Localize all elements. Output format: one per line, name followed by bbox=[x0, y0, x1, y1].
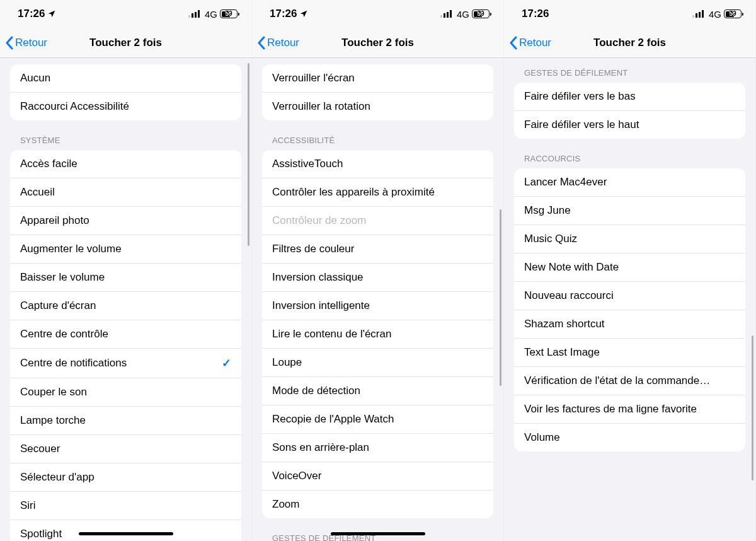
section-header-systeme: Système bbox=[0, 120, 251, 150]
home-indicator[interactable] bbox=[331, 532, 425, 535]
list-item[interactable]: Music Quiz bbox=[514, 225, 745, 253]
list-item[interactable]: New Note with Date bbox=[514, 253, 745, 282]
list-item[interactable]: AssistiveTouch bbox=[262, 150, 493, 178]
list-item[interactable]: Loupe bbox=[262, 349, 493, 377]
list-item-label: Sélecteur d'app bbox=[20, 471, 94, 484]
list-item-label: Mode de détection bbox=[272, 385, 360, 397]
list-item[interactable]: Inversion classique bbox=[262, 264, 493, 292]
back-button[interactable]: Retour bbox=[257, 36, 299, 50]
list-item-label: Sons en arrière-plan bbox=[272, 441, 369, 454]
systeme-tail-group: Verrouiller l'écranVerrouiller la rotati… bbox=[262, 64, 493, 120]
list-item[interactable]: Nouveau raccourci bbox=[514, 282, 745, 310]
list-item-label: Spotlight bbox=[20, 528, 62, 540]
list-item[interactable]: VoiceOver bbox=[262, 462, 493, 491]
list-item[interactable]: Accès facile bbox=[10, 150, 241, 178]
list-item-label: Inversion classique bbox=[272, 271, 364, 284]
section-header-gestes: Gestes de défilement bbox=[504, 58, 755, 83]
list-item[interactable]: Recopie de l'Apple Watch bbox=[262, 405, 493, 434]
list-item[interactable]: Augmenter le volume bbox=[10, 235, 241, 264]
nav-bar: Retour Toucher 2 fois bbox=[504, 28, 755, 58]
list-item-label: Aucun bbox=[20, 72, 50, 84]
nav-bar: Retour Toucher 2 fois bbox=[252, 28, 503, 58]
list-item[interactable]: Accueil bbox=[10, 178, 241, 207]
list-item[interactable]: Lampe torche bbox=[10, 407, 241, 435]
list-item[interactable]: Aucun bbox=[10, 64, 241, 93]
svg-rect-11 bbox=[702, 10, 704, 18]
content-area: Gestes de défilement Faire défiler vers … bbox=[504, 58, 755, 541]
list-item-label: Capture d'écran bbox=[20, 300, 96, 312]
svg-rect-9 bbox=[696, 13, 697, 18]
list-item-label: Couper le son bbox=[20, 386, 87, 398]
list-item[interactable]: Secouer bbox=[10, 435, 241, 463]
list-item-label: Baisser le volume bbox=[20, 271, 105, 284]
list-item-label: Contrôler les appareils à proximité bbox=[272, 186, 435, 199]
list-item[interactable]: Mode de détection bbox=[262, 377, 493, 405]
status-time: 17:26 bbox=[270, 8, 297, 20]
list-item[interactable]: Baisser le volume bbox=[10, 264, 241, 292]
section-header-accessibilite: Accessibilité bbox=[252, 120, 503, 150]
list-item[interactable]: Lancer Mac4ever bbox=[514, 168, 745, 197]
status-time: 17:26 bbox=[522, 8, 549, 20]
list-item[interactable]: Spotlight bbox=[10, 520, 241, 541]
battery-icon: 59 bbox=[472, 9, 490, 18]
list-item[interactable]: Verrouiller la rotation bbox=[262, 93, 493, 120]
scroll-indicator[interactable] bbox=[752, 335, 753, 480]
list-item[interactable]: Shazam shortcut bbox=[514, 310, 745, 339]
list-item[interactable]: Filtres de couleur bbox=[262, 235, 493, 264]
svg-rect-2 bbox=[195, 12, 197, 18]
list-item-label: Faire défiler vers le haut bbox=[524, 119, 639, 131]
list-item-label: Nouveau raccourci bbox=[524, 289, 614, 302]
back-button[interactable]: Retour bbox=[509, 36, 551, 50]
list-item[interactable]: Volume bbox=[514, 424, 745, 451]
network-label: 4G bbox=[457, 9, 469, 20]
list-item[interactable]: Centre de notifications✓ bbox=[10, 349, 241, 378]
scroll-indicator[interactable] bbox=[248, 63, 249, 246]
list-item[interactable]: Couper le son bbox=[10, 378, 241, 407]
cellular-signal-icon bbox=[692, 10, 705, 18]
list-item[interactable]: Text Last Image bbox=[514, 339, 745, 367]
list-item[interactable]: Centre de contrôle bbox=[10, 320, 241, 349]
svg-rect-0 bbox=[188, 15, 190, 18]
status-right: 4G 59 bbox=[440, 9, 490, 20]
list-item-label: Voir les factures de ma ligne favorite bbox=[524, 403, 697, 416]
list-item[interactable]: Vérification de l'état de la commande… bbox=[514, 367, 745, 395]
list-item-label: Vérification de l'état de la commande… bbox=[524, 375, 710, 387]
status-bar: 17:26 4G 59 bbox=[252, 0, 503, 28]
svg-rect-3 bbox=[198, 10, 200, 18]
list-item-label: Music Quiz bbox=[524, 233, 577, 245]
list-item[interactable]: Voir les factures de ma ligne favorite bbox=[514, 395, 745, 424]
list-item[interactable]: Msg June bbox=[514, 197, 745, 225]
list-item-label: Verrouiller l'écran bbox=[272, 72, 355, 84]
scroll-indicator[interactable] bbox=[500, 209, 501, 386]
svg-rect-6 bbox=[447, 12, 449, 18]
battery-level: 59 bbox=[724, 10, 741, 17]
svg-rect-5 bbox=[444, 13, 445, 18]
list-item-label: New Note with Date bbox=[524, 261, 619, 274]
list-item[interactable]: Appareil photo bbox=[10, 207, 241, 235]
content-area: AucunRaccourci Accessibilité Système Acc… bbox=[0, 58, 251, 541]
list-item[interactable]: Inversion intelligente bbox=[262, 292, 493, 320]
accessibilite-group: AssistiveTouchContrôler les appareils à … bbox=[262, 150, 493, 518]
home-indicator[interactable] bbox=[79, 532, 173, 535]
list-item[interactable]: Raccourci Accessibilité bbox=[10, 93, 241, 120]
list-item[interactable]: Faire défiler vers le haut bbox=[514, 111, 745, 139]
systeme-group: Accès facileAccueilAppareil photoAugment… bbox=[10, 150, 241, 541]
phone-screen-3: 17:26 4G 59 Retour Toucher 2 fois Gestes… bbox=[504, 0, 756, 541]
list-item[interactable]: Faire défiler vers le bas bbox=[514, 83, 745, 111]
list-item[interactable]: Zoom bbox=[262, 491, 493, 518]
back-label: Retour bbox=[15, 37, 47, 49]
list-item[interactable]: Siri bbox=[10, 492, 241, 520]
list-item[interactable]: Contrôler les appareils à proximité bbox=[262, 178, 493, 207]
raccourcis-group: Lancer Mac4everMsg JuneMusic QuizNew Not… bbox=[514, 168, 745, 451]
back-label: Retour bbox=[519, 37, 551, 49]
list-item[interactable]: Capture d'écran bbox=[10, 292, 241, 320]
list-item[interactable]: Lire le contenu de l'écran bbox=[262, 320, 493, 349]
list-item[interactable]: Verrouiller l'écran bbox=[262, 64, 493, 93]
list-item[interactable]: Sons en arrière-plan bbox=[262, 434, 493, 462]
list-item-label: Volume bbox=[524, 431, 560, 444]
list-item[interactable]: Sélecteur d'app bbox=[10, 463, 241, 492]
status-bar: 17:26 4G 59 bbox=[0, 0, 251, 28]
battery-level: 59 bbox=[220, 10, 237, 17]
back-button[interactable]: Retour bbox=[5, 36, 47, 50]
phone-screen-1: 17:26 4G 59 Retour Toucher 2 fois AucunR… bbox=[0, 0, 252, 541]
